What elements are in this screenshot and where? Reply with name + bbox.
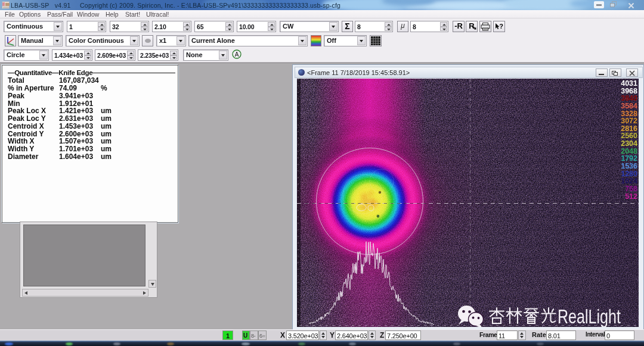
svg-text:512: 512	[625, 192, 637, 201]
svg-text:RealLight: RealLight	[558, 306, 621, 328]
svg-text:A: A	[234, 51, 239, 58]
